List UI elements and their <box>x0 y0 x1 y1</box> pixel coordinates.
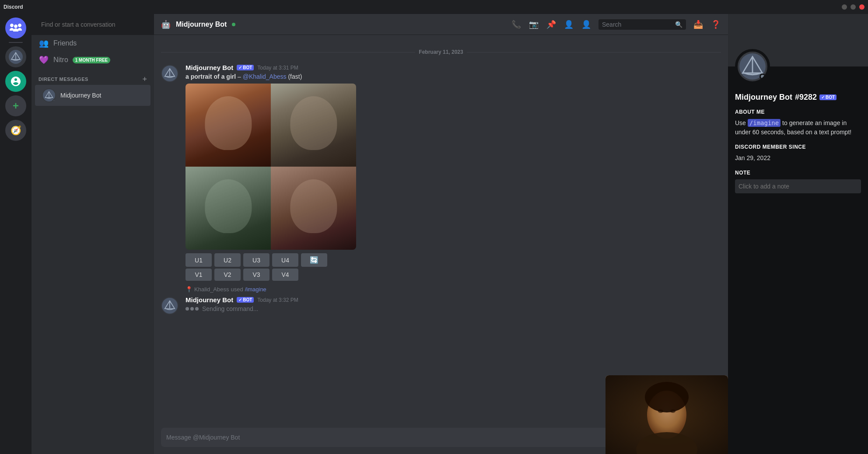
u1-button[interactable]: U1 <box>186 253 212 267</box>
date-line-right <box>467 52 721 52</box>
face-shape-4 <box>290 179 337 234</box>
channel-header: 🤖 Midjourney Bot 📞 📷 📌 👤 👤 Search 🔍 📥 ❓ <box>154 14 728 35</box>
search-icon: 🔍 <box>675 21 682 28</box>
message-input[interactable] <box>166 434 654 441</box>
online-indicator <box>232 23 235 26</box>
member-since-title: DISCORD MEMBER SINCE <box>735 144 861 150</box>
header-actions: 📞 📷 📌 👤 👤 Search 🔍 📥 ❓ <box>511 19 721 30</box>
svg-point-20 <box>670 409 676 413</box>
u4-button[interactable]: U4 <box>272 253 298 267</box>
date-line-left <box>161 52 415 52</box>
msg-avatar-1 <box>161 65 178 82</box>
add-dm-button[interactable]: + <box>142 75 147 83</box>
note-title: NOTE <box>735 170 861 176</box>
bot-badge-2: ✓ BOT <box>237 297 254 303</box>
voice-call-icon[interactable]: 📞 <box>511 20 522 29</box>
profile-status-dot <box>760 73 766 80</box>
msg-author-1: Midjourney Bot <box>186 64 233 71</box>
dot-1 <box>186 307 189 311</box>
image-cell-4 <box>271 167 356 250</box>
server-icon-1[interactable] <box>5 46 26 67</box>
minimize-btn[interactable] <box>842 4 847 10</box>
nitro-label: Nitro <box>53 56 68 64</box>
about-me-section: ABOUT ME Use /imagine to generate an ima… <box>735 109 861 137</box>
video-feed <box>606 375 728 454</box>
image-cell-1 <box>186 84 271 167</box>
friends-icon: 👥 <box>38 38 49 48</box>
checkmark-icon: ✓ <box>238 65 242 70</box>
msg-author-2: Midjourney Bot <box>186 296 233 304</box>
refresh-icon: 🔄 <box>310 256 318 264</box>
note-input[interactable] <box>735 179 861 193</box>
profile-discriminator: #9282 <box>795 93 817 102</box>
command-highlight: /imagine <box>748 119 780 127</box>
help-icon[interactable]: ❓ <box>710 20 721 29</box>
date-divider: February 11, 2023 <box>154 45 728 59</box>
dm-section-header: DIRECT MESSAGES + <box>32 68 154 85</box>
profile-info: Midjourney Bot #9282 ✓ BOT ABOUT ME Use … <box>728 66 868 200</box>
v4-button[interactable]: V4 <box>272 269 298 281</box>
msg-header-2: Midjourney Bot ✓ BOT Today at 3:32 PM <box>186 296 721 304</box>
svg-point-18 <box>645 382 689 412</box>
msg-timestamp-1: Today at 3:31 PM <box>257 65 298 71</box>
msg-text-1: a portrait of a girl – @Khalid_Abess (fa… <box>186 73 721 80</box>
close-btn[interactable] <box>859 4 864 10</box>
pin-icon[interactable]: 📌 <box>546 20 556 29</box>
window-controls <box>842 4 864 10</box>
dm-section-label: DIRECT MESSAGES <box>38 77 88 82</box>
upscale-buttons: U1 U2 U3 U4 🔄 <box>186 253 721 267</box>
v3-button[interactable]: V3 <box>243 269 270 281</box>
u2-button[interactable]: U2 <box>214 253 241 267</box>
friends-item[interactable]: 👥 Friends <box>35 35 150 52</box>
dm-search-input[interactable] <box>37 18 149 31</box>
variation-buttons: V1 V2 V3 V4 <box>186 269 721 281</box>
dm-status-indicator <box>52 99 56 102</box>
face-shape-2 <box>290 96 337 150</box>
search-placeholder: Search <box>602 21 672 28</box>
portrait-4 <box>271 167 356 250</box>
face-shape-3 <box>205 179 252 234</box>
special-items: 👥 Friends 💜 Nitro 1 MONTH FREE <box>32 35 154 68</box>
used-command: 📍 Khalid_Abess used /imagine <box>154 284 728 294</box>
inbox-icon[interactable]: 📥 <box>693 20 704 29</box>
sending-msg: Sending command... <box>186 305 721 312</box>
home-icon[interactable] <box>5 17 26 38</box>
explore-servers-btn[interactable]: 🧭 <box>5 120 26 141</box>
face-shape-1 <box>205 96 252 150</box>
u3-button[interactable]: U3 <box>243 253 270 267</box>
add-friend-icon[interactable]: 👤 <box>564 20 574 29</box>
v1-button[interactable]: V1 <box>186 269 212 281</box>
app-layout: + 🧭 👥 Friends 💜 Nitro 1 MONTH FREE DIREC… <box>0 14 868 454</box>
message-group-2: Midjourney Bot ✓ BOT Today at 3:32 PM <box>154 294 728 316</box>
message-group-1: Midjourney Bot ✓ BOT Today at 3:31 PM a … <box>154 62 728 284</box>
maximize-btn[interactable] <box>850 4 856 10</box>
msg-avatar-2 <box>161 297 178 314</box>
msg-mention: @Khalid_Abess <box>243 73 287 80</box>
add-server-btn[interactable]: + <box>5 95 26 116</box>
date-label: February 11, 2023 <box>419 49 463 55</box>
about-me-title: ABOUT ME <box>735 109 861 115</box>
sending-text: Sending command... <box>202 305 258 312</box>
video-call-icon[interactable]: 📷 <box>528 20 539 29</box>
profile-name: Midjourney Bot #9282 ✓ BOT <box>735 93 861 102</box>
msg-header-1: Midjourney Bot ✓ BOT Today at 3:31 PM <box>186 64 721 71</box>
checkmark-icon-2: ✓ <box>238 297 242 302</box>
video-preview <box>606 375 728 454</box>
channel-name: Midjourney Bot <box>176 21 227 28</box>
nitro-item[interactable]: 💜 Nitro 1 MONTH FREE <box>35 52 150 68</box>
dot-3 <box>195 307 199 311</box>
midjourney-avatar <box>42 88 56 102</box>
search-bar[interactable]: Search 🔍 <box>598 19 686 30</box>
profile-icon[interactable]: 👤 <box>581 20 592 29</box>
svg-point-19 <box>658 409 663 413</box>
dm-item-midjourney[interactable]: Midjourney Bot <box>35 85 150 106</box>
v2-button[interactable]: V2 <box>214 269 241 281</box>
msg-timestamp-2: Today at 3:32 PM <box>257 297 298 303</box>
profile-banner <box>728 14 868 66</box>
msg-tag: (fast) <box>288 73 302 80</box>
server-icon-2[interactable] <box>5 71 26 92</box>
refresh-button[interactable]: 🔄 <box>301 253 327 267</box>
used-command-link[interactable]: /imagine <box>245 286 266 293</box>
portrait-3 <box>186 167 271 250</box>
about-me-text: Use /imagine to generate an image in und… <box>735 119 861 137</box>
